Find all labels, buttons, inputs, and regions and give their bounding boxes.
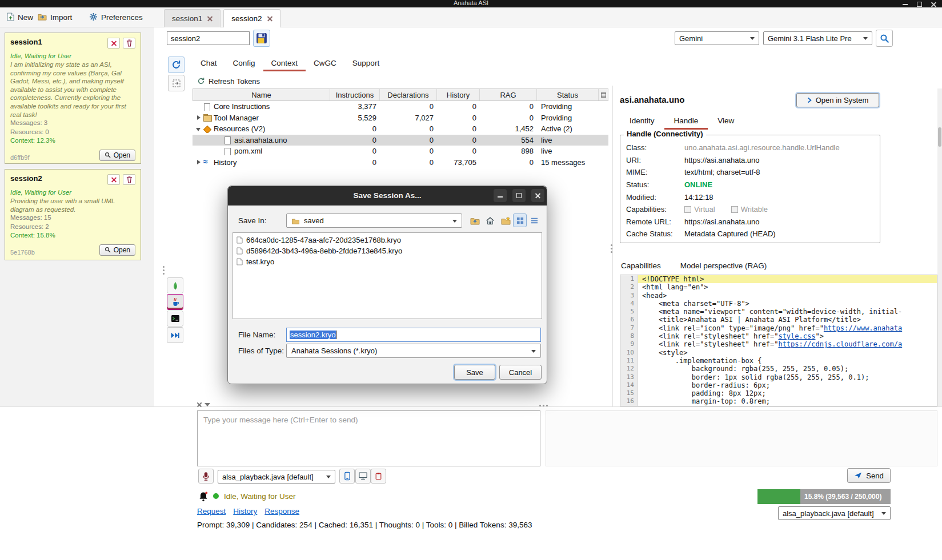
minimize-icon[interactable] [903,2,908,7]
perspective-tab[interactable]: Model perspective (RAG) [679,259,768,272]
audio-device-select[interactable]: alsa_playback.java [default] [218,470,335,484]
expand-toggle-icon[interactable] [195,103,203,111]
delete-session-button[interactable] [123,38,135,49]
phone-button[interactable] [339,469,355,484]
open-session-button[interactable]: Open [99,150,135,161]
table-row[interactable]: Resources (V2) 0 0 0 1,452 Active (2) [193,123,608,135]
save-in-select[interactable]: saved [286,213,462,228]
main-tab[interactable]: Chat [193,57,225,71]
expand-toggle-icon[interactable] [195,125,203,133]
dialog-maximize-button[interactable] [512,189,526,202]
debug-link[interactable]: Request [197,507,226,515]
close-session-button[interactable] [107,38,120,49]
bell-icon[interactable] [199,491,208,502]
send-button[interactable]: Send [847,468,891,483]
list-view-button[interactable] [527,213,541,227]
delete-session-button[interactable] [123,174,135,185]
rag-code-editor[interactable]: 1 <!DOCTYPE html> 2 <html lang="en"> 3 <… [620,275,937,406]
file-name-input[interactable]: session2.kryo [286,328,541,342]
fast-forward-button[interactable] [167,327,183,343]
microphone-button[interactable] [198,469,214,484]
composer-grip-icon[interactable] [539,405,541,406]
collapse-close-icon[interactable] [197,402,202,407]
right-scrollbar[interactable] [937,88,942,406]
toolbar-grip-icon[interactable] [163,266,165,268]
up-folder-button[interactable] [468,213,482,227]
panel-splitter[interactable] [612,86,613,406]
mongodb-button[interactable] [167,277,183,293]
column-picker-button[interactable] [598,89,608,100]
inspector-tab[interactable]: Identity [620,114,664,130]
dialog-minimize-button[interactable] [494,189,507,202]
session-tab[interactable]: session1 [164,9,221,27]
session-card[interactable]: session1 Idle, Waiting for User I am ini… [5,33,141,164]
import-button[interactable]: Import [35,10,74,25]
save-button[interactable]: Save [454,365,495,380]
debug-link[interactable]: Response [264,507,299,515]
column-header-history[interactable]: History [437,89,480,100]
refresh-tokens-button[interactable]: Refresh Tokens [197,75,260,87]
file-list-item[interactable]: d589642d-3b43-496a-8ebb-2fdde713e845.kry… [234,245,540,256]
column-header-declarations[interactable]: Declarations [380,89,437,100]
collapse-chevron-icon[interactable] [205,403,210,406]
column-header-rag[interactable]: RAG [480,89,537,100]
preferences-button[interactable]: Preferences [87,10,145,25]
session-save-icon-button[interactable] [253,30,270,47]
new-button[interactable]: New [5,10,35,25]
splitter-grip-icon[interactable] [611,244,612,246]
close-tab-icon[interactable] [207,16,213,21]
close-tab-icon[interactable] [267,16,272,21]
open-in-system-button[interactable]: Open in System [796,93,879,107]
new-folder-button[interactable] [499,213,512,227]
inspector-tab[interactable]: Handle [664,114,708,130]
selection-tool-button[interactable] [168,75,185,91]
table-row[interactable]: asi.anahata.uno 0 0 0 554 live [193,135,608,146]
files-of-type-select[interactable]: Anahata Sessions (*.kryo) [286,344,541,358]
writable-checkbox[interactable]: Writable [731,205,768,213]
table-row[interactable]: Core Instructions 3,377 0 0 0 Providing [193,101,608,112]
virtual-checkbox[interactable]: Virtual [684,205,715,213]
terminal-button[interactable] [167,311,183,327]
home-button[interactable] [483,213,497,227]
inspector-tab[interactable]: View [708,114,744,130]
composer-splitter[interactable] [0,406,942,407]
main-tab[interactable]: Support [344,57,387,71]
expand-toggle-icon[interactable] [195,114,203,122]
perspective-tab[interactable]: Capabilities [620,259,662,272]
expand-toggle-icon[interactable] [195,158,203,166]
screen-share-button[interactable] [355,469,371,484]
dialog-close-button[interactable] [531,189,544,202]
file-list[interactable]: 664ca0dc-1285-47aa-afc7-20d235e1768b.kry… [233,232,542,319]
main-tab[interactable]: CwGC [306,57,344,71]
close-session-button[interactable] [107,174,120,185]
expand-toggle-icon[interactable] [215,147,223,155]
refresh-button[interactable] [168,57,185,73]
table-row[interactable]: Tool Manager 5,529 7,027 0 0 Providing [193,112,608,124]
session-card[interactable]: session2 Idle, Waiting for User Providin… [5,169,141,260]
cancel-button[interactable]: Cancel [499,365,542,380]
java-button[interactable] [167,294,183,310]
message-input[interactable] [197,410,540,466]
file-list-item[interactable]: 664ca0dc-1285-47aa-afc7-20d235e1768b.kry… [234,235,540,245]
session-tab[interactable]: session2 [223,9,280,27]
close-icon[interactable] [931,2,936,7]
grid-view-button[interactable] [513,213,527,227]
expand-toggle-icon[interactable] [215,136,223,144]
file-list-item[interactable]: test.kryo [234,256,540,267]
column-header-instructions[interactable]: Instructions [330,89,380,100]
provider-select[interactable]: Gemini [675,31,759,45]
model-search-button[interactable] [876,30,893,47]
audio-device-select-bottom[interactable]: alsa_playback.java [default] [778,506,891,520]
model-select[interactable]: Gemini 3.1 Flash Lite Pre [763,31,872,45]
dialog-titlebar[interactable]: Save Session As... [228,186,547,206]
scrollbar-thumb[interactable] [938,127,941,147]
main-tab[interactable]: Context [263,57,306,71]
column-header-name[interactable]: Name [193,89,330,100]
table-row[interactable]: pom.xml 0 0 0 898 live [193,146,608,157]
open-session-button[interactable]: Open [99,244,135,256]
column-header-status[interactable]: Status [537,89,598,100]
table-row[interactable]: History 0 0 73,705 0 15 messages [193,157,608,168]
clipboard-button[interactable] [371,469,386,484]
debug-link[interactable]: History [233,507,257,515]
maximize-icon[interactable] [917,2,922,7]
